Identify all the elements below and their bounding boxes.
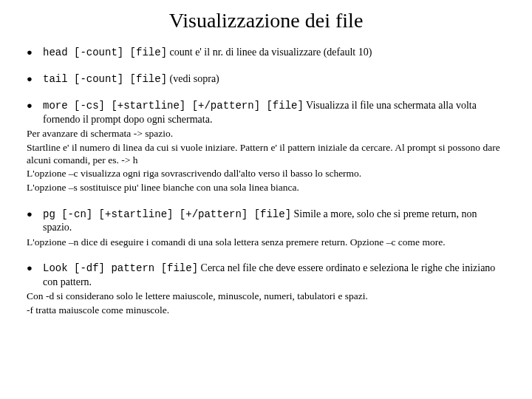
command-syntax: more [-cs] [+startline] [+/pattern] [fil… bbox=[43, 100, 304, 112]
bullet-icon: ● bbox=[27, 46, 43, 59]
command-syntax: Look [-df] pattern [file] bbox=[43, 262, 198, 274]
list-item: ● head [-count] [file] count e' il nr. d… bbox=[27, 46, 505, 59]
command-syntax: pg [-cn] [+startline] [+/pattern] [file] bbox=[43, 208, 291, 220]
bullet-icon: ● bbox=[27, 208, 43, 221]
list-item: ● pg [-cn] [+startline] [+/pattern] [fil… bbox=[27, 208, 505, 248]
page-title: Visualizzazione dei file bbox=[27, 9, 505, 33]
command-note: L'opzione –s sostituisce piu' linee bian… bbox=[27, 182, 505, 194]
list-item: ● Look [-df] pattern [file] Cerca nel fi… bbox=[27, 262, 505, 316]
bullet-icon: ● bbox=[27, 72, 43, 86]
command-note: L'opzione –n dice di eseguire i comandi … bbox=[27, 236, 505, 249]
command-note: -f tratta maiuscole come minuscole. bbox=[27, 304, 505, 317]
bullet-icon: ● bbox=[27, 262, 43, 275]
bullet-icon: ● bbox=[27, 99, 43, 112]
command-note: Con -d si considerano solo le lettere ma… bbox=[27, 290, 505, 303]
command-list: ● head [-count] [file] count e' il nr. d… bbox=[27, 46, 505, 317]
command-desc: (vedi sopra) bbox=[167, 73, 219, 84]
list-item: ● tail [-count] [file] (vedi sopra) bbox=[27, 72, 505, 86]
command-desc: count e' il nr. di linee da visualizzare… bbox=[167, 47, 372, 58]
command-syntax: tail [-count] [file] bbox=[43, 73, 167, 85]
command-note: Per avanzare di schermata -> spazio. bbox=[27, 128, 505, 140]
command-note: L'opzione –c visualizza ogni riga sovras… bbox=[27, 168, 505, 180]
list-item: ● more [-cs] [+startline] [+/pattern] [f… bbox=[27, 99, 505, 194]
command-note: Startline e' il numero di linea da cui s… bbox=[27, 142, 505, 167]
command-syntax: head [-count] [file] bbox=[43, 47, 167, 58]
